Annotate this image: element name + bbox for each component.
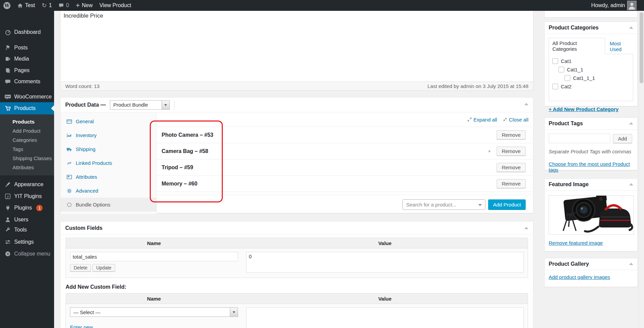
remove-button[interactable]: Remove (497, 147, 526, 156)
sidebar-item-plugins[interactable]: Plugins 1 (0, 202, 54, 214)
featured-image-thumbnail[interactable] (549, 195, 634, 235)
checkbox[interactable] (565, 75, 570, 81)
tab-label: Inventory (76, 132, 97, 138)
bundle-product-name[interactable]: Photo Camera – #53 (162, 132, 213, 138)
submenu-item-tags[interactable]: Tags (0, 145, 54, 154)
pin-icon (4, 45, 11, 51)
category-label: Cat1 (561, 58, 572, 64)
link-icon (66, 160, 73, 166)
bundle-product-name[interactable]: Camera Bag – #58 (162, 148, 208, 154)
svg-text:y: y (6, 194, 9, 199)
sidebar-item-tools[interactable]: Tools (0, 224, 54, 236)
sidebar-item-label: Posts (14, 45, 28, 51)
sidebar-item-users[interactable]: Users (0, 214, 54, 225)
panel-toggle-icon[interactable] (629, 263, 633, 265)
view-product-link[interactable]: View Product (96, 0, 135, 11)
page-scrollbar[interactable] (639, 11, 644, 328)
tab-all-categories[interactable]: All Product Categories (549, 38, 605, 54)
tab-advanced[interactable]: Advanced (61, 184, 157, 198)
add-product-button[interactable]: Add Product (488, 199, 526, 210)
choose-most-used-link[interactable]: Choose from the most used Product tags (549, 161, 633, 173)
category-checklist: Cat1 Cat1_1 Cat1_1_1 Cat2 (549, 54, 633, 101)
category-item[interactable]: Cat1_1 (549, 65, 633, 74)
sidebar-item-products[interactable]: Products (0, 102, 54, 114)
tab-linked-products[interactable]: Linked Products (61, 156, 157, 170)
tab-inventory[interactable]: Inventory (61, 128, 157, 142)
custom-field-key-select[interactable]: — Select — (70, 307, 238, 317)
remove-button[interactable]: Remove (497, 130, 526, 139)
submenu-item-shipping-classes[interactable]: Shipping Classes (0, 154, 54, 163)
site-name-link[interactable]: Test (14, 0, 38, 11)
my-account-menu[interactable]: Howdy, admin (588, 1, 640, 10)
media-icon (4, 56, 11, 62)
add-tag-button[interactable]: Add (613, 134, 632, 143)
new-custom-field-value-textarea[interactable] (246, 307, 524, 328)
add-gallery-images-link[interactable]: Add product gallery images (549, 274, 610, 280)
featured-image-body: Remove featured image (545, 191, 637, 250)
submenu-item-attributes[interactable]: Attributes (0, 163, 54, 172)
updates-link[interactable]: ↻ 1 (38, 0, 55, 11)
checkbox[interactable] (552, 58, 558, 64)
sidebar-item-pages[interactable]: Pages (0, 65, 54, 76)
panel-toggle-icon[interactable] (524, 103, 528, 105)
panel-toggle-icon[interactable] (629, 183, 633, 185)
bundle-toolbar-row: Expand all Close all (157, 112, 533, 127)
category-item[interactable]: Cat1_1_1 (549, 74, 633, 82)
sidebar-item-settings[interactable]: Settings (0, 236, 54, 248)
submenu-label: Products (13, 119, 34, 125)
delete-button[interactable]: Delete (70, 264, 91, 271)
chevron-down-icon[interactable]: ▼ (487, 149, 491, 153)
submenu-item-add-product[interactable]: Add Product (0, 126, 54, 135)
tab-most-used[interactable]: Most Used (610, 39, 633, 54)
checkbox[interactable] (558, 67, 564, 72)
remove-featured-image-link[interactable]: Remove featured image (549, 240, 603, 246)
sidebar-item-woocommerce[interactable]: Woo WooCommerce (0, 91, 54, 103)
tag-input[interactable] (549, 134, 610, 143)
panel-toggle-icon[interactable] (629, 26, 633, 29)
sidebar-item-appearance[interactable]: Appearance (0, 179, 54, 190)
expand-all-link[interactable]: Expand all (468, 117, 497, 123)
custom-field-name-input[interactable] (70, 252, 238, 261)
comments-link[interactable]: 0 (55, 0, 72, 11)
add-new-category-link[interactable]: + Add New Product Category (549, 106, 619, 112)
sidebar-item-posts[interactable]: Posts (0, 42, 54, 53)
sidebar-item-label: YIT Plugins (14, 193, 42, 199)
product-search-select[interactable]: Search for a product... (402, 199, 485, 210)
bundle-product-name[interactable]: Tripod – #59 (162, 165, 193, 171)
update-button[interactable]: Update (92, 264, 115, 271)
remove-button[interactable]: Remove (497, 163, 526, 172)
product-gallery-body: Add product gallery images (545, 270, 637, 284)
bundle-product-name[interactable]: Memory – #60 (162, 181, 197, 187)
name-column-header: Name (66, 238, 242, 248)
product-data-tabs: General Inventory Shipping Linked Produc… (61, 112, 157, 214)
scrollbar-thumb[interactable] (640, 12, 643, 83)
category-item[interactable]: Cat2 (549, 82, 633, 91)
custom-field-value-textarea[interactable]: 0 (246, 252, 524, 273)
category-item[interactable]: Cat1 (549, 57, 633, 65)
tab-general[interactable]: General (61, 114, 157, 128)
checkbox[interactable] (552, 84, 558, 89)
new-content-menu[interactable]: + New (72, 0, 96, 11)
sidebar-item-yit-plugins[interactable]: y YIT Plugins (0, 191, 54, 202)
post-editor[interactable]: Incredible Price Word count: 13 Last edi… (60, 11, 533, 91)
sidebar-item-comments[interactable]: Comments (0, 76, 54, 87)
sidebar-item-collapse-menu[interactable]: Collapse menu (0, 248, 54, 260)
editor-content-text[interactable]: Incredible Price (61, 11, 533, 19)
add-custom-field-table: Name Value — Select — Enter new (66, 293, 528, 328)
tab-attributes[interactable]: Attributes (61, 170, 157, 184)
enter-new-link[interactable]: Enter new (70, 324, 93, 328)
submenu-item-categories[interactable]: Categories (0, 135, 54, 145)
remove-button[interactable]: Remove (497, 179, 526, 188)
sidebar-item-dashboard[interactable]: Dashboard (0, 26, 54, 38)
tab-shipping[interactable]: Shipping (61, 142, 157, 156)
submenu-item-products[interactable]: Products (0, 117, 54, 126)
wordpress-logo-menu[interactable]: W (0, 0, 14, 11)
sidebar-item-media[interactable]: Media (0, 53, 54, 65)
product-type-select[interactable]: Product Bundle (110, 100, 170, 110)
close-all-label: Close all (509, 117, 528, 123)
panel-toggle-icon[interactable] (629, 122, 633, 125)
close-all-link[interactable]: Close all (503, 117, 528, 123)
tab-bundle-options[interactable]: Bundle Options (61, 198, 157, 212)
panel-toggle-icon[interactable] (524, 227, 528, 229)
svg-text:Woo: Woo (5, 95, 10, 97)
